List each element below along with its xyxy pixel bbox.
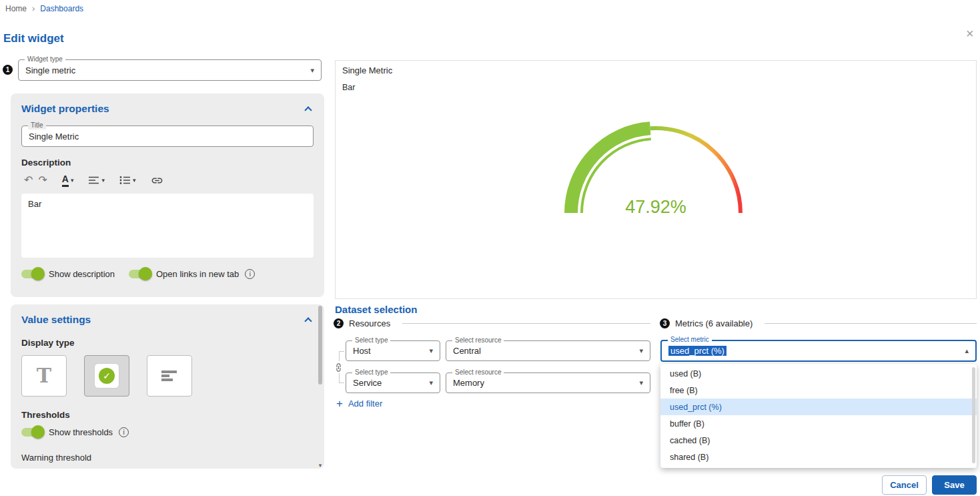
breadcrumb-home-link[interactable]: Home bbox=[5, 4, 27, 13]
save-button[interactable]: Save bbox=[932, 475, 977, 495]
preview-title: Single Metric bbox=[342, 65, 392, 75]
close-icon[interactable]: × bbox=[966, 27, 974, 40]
menu-scrollbar[interactable] bbox=[972, 367, 975, 463]
display-type-label: Display type bbox=[21, 338, 75, 348]
gauge-display-icon: ✓ bbox=[94, 363, 119, 389]
thresholds-toggle-row: Show thresholds i bbox=[21, 427, 129, 437]
resource-select-1[interactable]: Select resource Central ▾ bbox=[446, 340, 650, 361]
scroll-down-arrow-icon[interactable]: ▾ bbox=[317, 462, 324, 469]
info-icon[interactable]: i bbox=[119, 427, 129, 437]
step-3-badge: 3 bbox=[660, 318, 670, 328]
menu-item[interactable]: used (B) bbox=[660, 365, 977, 382]
step-2-badge: 2 bbox=[334, 318, 344, 328]
toggle-knob bbox=[139, 267, 152, 280]
value-settings-title: Value settings bbox=[21, 314, 91, 326]
redo-icon: ↷ bbox=[38, 175, 47, 186]
resource-type-select-2[interactable]: Select type Service ▾ bbox=[346, 373, 440, 393]
display-type-bar-button[interactable] bbox=[147, 355, 192, 397]
menu-item[interactable]: buffer (B) bbox=[660, 415, 977, 432]
widget-type-label: Widget type bbox=[25, 55, 65, 63]
select-metric-value: used_prct (%) bbox=[668, 346, 726, 356]
show-thresholds-toggle[interactable] bbox=[21, 428, 43, 437]
collapse-chevron-icon[interactable] bbox=[304, 317, 312, 324]
display-type-text-button[interactable]: T bbox=[21, 355, 67, 397]
check-circle-icon: ✓ bbox=[99, 368, 115, 384]
display-type-options: T ✓ bbox=[21, 355, 192, 397]
divider bbox=[765, 323, 977, 324]
menu-item[interactable]: shared (B) bbox=[660, 449, 977, 465]
select-resource-label: Select resource bbox=[452, 336, 504, 344]
select-type-label: Select type bbox=[352, 336, 390, 344]
show-description-toggle[interactable] bbox=[21, 270, 43, 278]
select-type-value: Host bbox=[353, 346, 371, 356]
resource-select-2[interactable]: Select resource Memory ▾ bbox=[446, 373, 650, 393]
undo-button[interactable]: ↶ bbox=[21, 174, 35, 187]
select-resource-value: Memory bbox=[453, 378, 484, 388]
collapse-chevron-icon[interactable] bbox=[304, 106, 312, 113]
left-panel-scrollbar[interactable]: ▾ bbox=[317, 304, 324, 469]
align-button[interactable]: ▾ bbox=[85, 174, 107, 186]
add-filter-button[interactable]: + Add filter bbox=[336, 398, 382, 409]
text-display-icon: T bbox=[37, 366, 51, 386]
redo-button[interactable]: ↷ bbox=[35, 174, 49, 187]
cancel-button[interactable]: Cancel bbox=[882, 475, 927, 495]
resource-type-select-1[interactable]: Select type Host ▾ bbox=[346, 340, 440, 361]
menu-item-selected[interactable]: used_prct (%) bbox=[660, 399, 977, 415]
chevron-down-icon: ▾ bbox=[639, 346, 643, 355]
widget-type-value: Single metric bbox=[25, 65, 75, 75]
select-metric-label: Select metric bbox=[668, 336, 712, 344]
open-links-label: Open links in new tab bbox=[156, 269, 239, 279]
value-settings-header: Value settings bbox=[21, 314, 314, 326]
gauge-value-text: 47.92% bbox=[625, 197, 686, 217]
metric-options-menu: used (B) free (B) used_prct (%) buffer (… bbox=[660, 364, 977, 468]
widget-properties-header: Widget properties bbox=[21, 103, 314, 115]
chevron-down-icon: ▾ bbox=[310, 66, 314, 75]
description-textarea[interactable]: Bar bbox=[21, 194, 314, 258]
chevron-down-icon: ▾ bbox=[429, 346, 433, 355]
preview-description: Bar bbox=[342, 83, 355, 92]
display-type-gauge-button[interactable]: ✓ bbox=[84, 355, 129, 397]
add-filter-label: Add filter bbox=[348, 399, 382, 409]
select-type-value: Service bbox=[353, 378, 382, 388]
widget-preview: Single Metric Bar 47.92% bbox=[335, 60, 977, 299]
chevron-down-icon: ▾ bbox=[101, 177, 105, 184]
chevron-down-icon: ▾ bbox=[133, 177, 136, 184]
breadcrumb-dashboards-link[interactable]: Dashboards bbox=[40, 4, 83, 13]
description-label: Description bbox=[21, 158, 314, 168]
info-icon[interactable]: i bbox=[245, 269, 255, 279]
title-input[interactable]: Title Single Metric bbox=[21, 126, 314, 147]
align-icon bbox=[88, 176, 99, 185]
menu-item[interactable]: free (B) bbox=[660, 382, 977, 399]
list-icon bbox=[119, 176, 131, 185]
page-title: Edit widget bbox=[3, 32, 64, 45]
rich-text-toolbar: ↶ ↷ A ▾ ▾ ▾ bbox=[21, 172, 314, 188]
show-description-label: Show description bbox=[49, 269, 115, 279]
step-1-badge: 1 bbox=[3, 65, 13, 75]
resources-label: Resources bbox=[349, 318, 390, 328]
warning-threshold-label: Warning threshold bbox=[21, 453, 91, 463]
widget-type-select[interactable]: Widget type Single metric ▾ bbox=[18, 59, 322, 81]
text-color-icon: A bbox=[62, 174, 69, 186]
metric-select[interactable]: Select metric used_prct (%) ▴ bbox=[660, 340, 977, 362]
link-button[interactable] bbox=[148, 173, 166, 188]
dataset-selection-title: Dataset selection bbox=[335, 304, 417, 315]
undo-icon: ↶ bbox=[24, 175, 33, 186]
bar-display-icon bbox=[161, 369, 178, 383]
widget-properties-panel: Widget properties Title Single Metric De… bbox=[11, 93, 324, 297]
plus-icon: + bbox=[336, 398, 343, 409]
show-thresholds-label: Show thresholds bbox=[49, 427, 113, 437]
metrics-section-header: 3 Metrics (6 available) bbox=[660, 318, 977, 328]
description-toggles-row: Show description Open links in new tab i bbox=[21, 269, 314, 279]
toggle-knob bbox=[31, 425, 45, 439]
scrollbar-thumb[interactable] bbox=[318, 306, 322, 385]
chevron-down-icon: ▾ bbox=[71, 177, 74, 184]
title-input-label: Title bbox=[28, 121, 46, 130]
edit-widget-page: Home › Dashboards × Edit widget 1 Widget… bbox=[0, 0, 980, 496]
select-resource-value: Central bbox=[453, 346, 481, 356]
list-button[interactable]: ▾ bbox=[117, 174, 139, 186]
breadcrumb-separator-icon: › bbox=[32, 3, 35, 13]
text-color-button[interactable]: A ▾ bbox=[59, 172, 77, 188]
open-links-toggle[interactable] bbox=[129, 270, 150, 278]
menu-item[interactable]: cached (B) bbox=[660, 432, 977, 449]
resources-section-header: 2 Resources bbox=[334, 318, 650, 328]
